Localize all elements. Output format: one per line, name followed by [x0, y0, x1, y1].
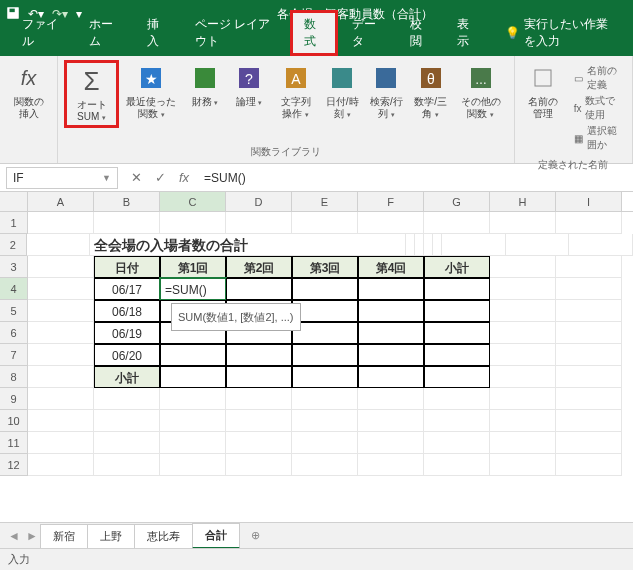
hdr-r1[interactable]: 第1回	[160, 256, 226, 278]
cell-F4[interactable]	[358, 278, 424, 300]
hdr-r3[interactable]: 第3回	[292, 256, 358, 278]
col-I[interactable]: I	[556, 192, 622, 211]
row-4[interactable]: 4	[0, 278, 28, 300]
create-from-selection-button[interactable]: ▦選択範囲か	[574, 124, 620, 152]
col-D[interactable]: D	[226, 192, 292, 211]
hdr-r4[interactable]: 第4回	[358, 256, 424, 278]
formula-tooltip: SUM(数値1, [数値2], ...)	[171, 303, 301, 331]
svg-rect-4	[195, 68, 215, 88]
sheet-tab-ueno[interactable]: 上野	[87, 524, 135, 548]
svg-text:?: ?	[245, 71, 253, 87]
lookup-button[interactable]: 検索/行列 ▾	[365, 60, 407, 122]
svg-rect-9	[332, 68, 352, 88]
tab-nav-prev-icon[interactable]: ◄	[8, 529, 20, 543]
text-icon: A	[280, 62, 312, 94]
lookup-icon	[370, 62, 402, 94]
financial-button[interactable]: 財務 ▾	[184, 60, 226, 110]
row-12[interactable]: 12	[0, 454, 28, 476]
cell-E4[interactable]	[292, 278, 358, 300]
ribbon: fx 関数の挿入 Σ オートSUM ▾ ★ 最近使った関数 ▾ 財務 ▾ ? 論…	[0, 56, 633, 164]
table-title[interactable]: 全会場の入場者数の合計	[90, 234, 406, 256]
fx-small-icon: fx	[574, 103, 582, 114]
row-2[interactable]: 2	[0, 234, 27, 256]
worksheet: A B C D E F G H I 1 2全会場の入場者数の合計 3 日付 第1…	[0, 192, 633, 476]
row-3[interactable]: 3	[0, 256, 28, 278]
more-icon: …	[465, 62, 497, 94]
svg-text:A: A	[291, 71, 301, 87]
use-in-formula-button[interactable]: fx数式で使用	[574, 94, 620, 122]
sheet-tab-ebisu[interactable]: 恵比寿	[134, 524, 193, 548]
row-10[interactable]: 10	[0, 410, 28, 432]
col-C[interactable]: C	[160, 192, 226, 211]
col-H[interactable]: H	[490, 192, 556, 211]
enter-icon[interactable]: ✓	[148, 170, 172, 185]
cell-B4[interactable]: 06/17	[94, 278, 160, 300]
status-bar: 入力	[0, 548, 633, 570]
cell-D4[interactable]	[226, 278, 292, 300]
cell-C4-active[interactable]: =SUM() SUM(数値1, [数値2], ...)	[160, 278, 226, 300]
name-box[interactable]: IF▼	[6, 167, 118, 189]
insert-function-button[interactable]: fx 関数の挿入	[6, 60, 51, 122]
bulb-icon: 💡	[505, 26, 520, 40]
hdr-sub[interactable]: 小計	[424, 256, 490, 278]
text-button[interactable]: A 文字列操作 ▾	[272, 60, 319, 122]
col-E[interactable]: E	[292, 192, 358, 211]
tab-file[interactable]: ファイル	[8, 10, 75, 56]
column-headers: A B C D E F G H I	[0, 192, 633, 212]
autosum-button[interactable]: Σ オートSUM ▾	[64, 60, 119, 128]
datetime-button[interactable]: 日付/時刻 ▾	[321, 60, 363, 122]
svg-rect-15	[535, 70, 551, 86]
tab-home[interactable]: ホーム	[75, 10, 133, 56]
tab-view[interactable]: 表示	[443, 10, 491, 56]
row-8[interactable]: 8	[0, 366, 28, 388]
tab-formulas[interactable]: 数式	[290, 10, 338, 56]
name-options: ▭名前の定義 fx数式で使用 ▦選択範囲か	[568, 60, 626, 156]
tab-data[interactable]: データ	[338, 10, 396, 56]
cell-G4[interactable]	[424, 278, 490, 300]
col-G[interactable]: G	[424, 192, 490, 211]
fx-icon: fx	[13, 62, 45, 94]
sigma-icon: Σ	[76, 65, 108, 97]
row-7[interactable]: 7	[0, 344, 28, 366]
tab-insert[interactable]: 挿入	[133, 10, 181, 56]
group-label-names: 定義された名前	[538, 156, 608, 174]
col-F[interactable]: F	[358, 192, 424, 211]
tab-review[interactable]: 校閲	[396, 10, 444, 56]
status-mode: 入力	[8, 552, 30, 567]
col-A[interactable]: A	[28, 192, 94, 211]
group-label-library: 関数ライブラリ	[251, 143, 321, 161]
svg-text:θ: θ	[427, 71, 435, 87]
row-5[interactable]: 5	[0, 300, 28, 322]
svg-text:★: ★	[145, 71, 158, 87]
row-6[interactable]: 6	[0, 322, 28, 344]
hdr-r2[interactable]: 第2回	[226, 256, 292, 278]
tell-me[interactable]: 💡実行したい作業を入力	[491, 10, 633, 56]
theta-icon: θ	[415, 62, 447, 94]
ribbon-tabs: ファイル ホーム 挿入 ページ レイアウト 数式 データ 校閲 表示 💡実行した…	[0, 28, 633, 56]
cancel-icon[interactable]: ✕	[124, 170, 148, 185]
recent-functions-button[interactable]: ★ 最近使った関数 ▾	[121, 60, 182, 122]
sheet-tab-shinjuku[interactable]: 新宿	[40, 524, 88, 548]
col-B[interactable]: B	[94, 192, 160, 211]
row-9[interactable]: 9	[0, 388, 28, 410]
add-sheet-icon[interactable]: ⊕	[239, 525, 272, 546]
financial-icon	[189, 62, 221, 94]
tag-icon: ▭	[574, 73, 583, 84]
define-name-button[interactable]: ▭名前の定義	[574, 64, 620, 92]
sheet-tab-total[interactable]: 合計	[192, 523, 240, 549]
svg-rect-10	[376, 68, 396, 88]
math-button[interactable]: θ 数学/三角 ▾	[410, 60, 452, 122]
fx-button-icon[interactable]: fx	[172, 170, 196, 185]
svg-text:…: …	[475, 73, 487, 87]
hdr-date[interactable]: 日付	[94, 256, 160, 278]
more-functions-button[interactable]: … その他の関数 ▾	[454, 60, 508, 122]
tab-page-layout[interactable]: ページ レイアウト	[181, 10, 291, 56]
select-all-corner[interactable]	[0, 192, 28, 211]
clock-icon	[326, 62, 358, 94]
tab-nav-next-icon[interactable]: ►	[26, 529, 38, 543]
grid-icon: ▦	[574, 133, 583, 144]
name-manager-button[interactable]: 名前の管理	[521, 60, 566, 122]
logical-button[interactable]: ? 論理 ▾	[228, 60, 270, 110]
row-1[interactable]: 1	[0, 212, 28, 234]
row-11[interactable]: 11	[0, 432, 28, 454]
